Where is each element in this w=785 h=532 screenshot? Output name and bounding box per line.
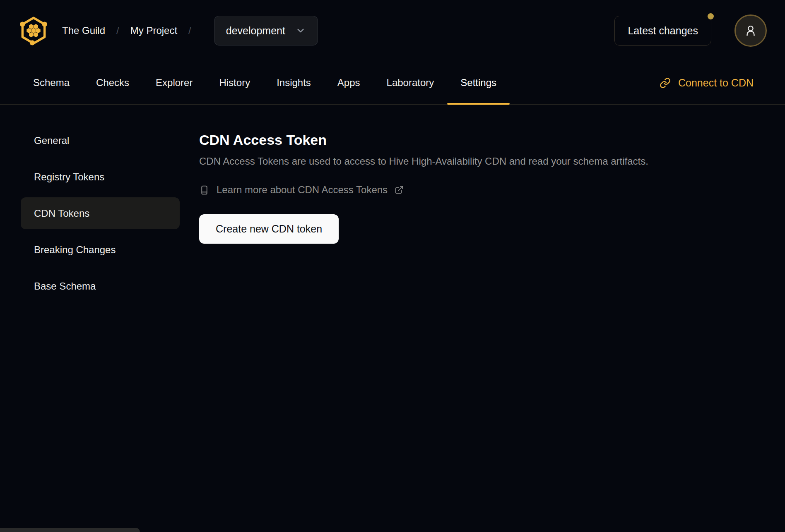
create-cdn-token-button[interactable]: Create new CDN token [199,214,339,244]
tab-explorer[interactable]: Explorer [142,61,206,104]
link-chain-icon [660,77,671,89]
hive-logo-link[interactable] [18,14,49,47]
tab-schema[interactable]: Schema [20,61,83,104]
page-description: CDN Access Tokens are used to access to … [199,155,785,168]
learn-more-label: Learn more about CDN Access Tokens [217,184,388,196]
tab-checks[interactable]: Checks [83,61,142,104]
tab-apps[interactable]: Apps [324,61,373,104]
bottom-partial-panel [0,528,140,532]
environment-select-value: development [226,25,285,37]
hive-honeycomb-logo-icon [18,14,49,47]
learn-more-link[interactable]: Learn more about CDN Access Tokens [199,184,404,196]
latest-changes-label: Latest changes [628,25,698,37]
chevron-down-icon [295,25,306,36]
connect-to-cdn-link[interactable]: Connect to CDN [660,61,765,104]
external-link-icon [395,185,404,194]
page-title: CDN Access Token [199,131,785,149]
environment-select[interactable]: development [214,16,318,46]
breadcrumb-org[interactable]: The Guild [62,25,105,36]
tab-history[interactable]: History [206,61,263,104]
breadcrumb-separator: / [116,25,119,36]
breadcrumb-project[interactable]: My Project [130,25,177,36]
top-header: The Guild / My Project / development Lat… [0,0,785,61]
connect-to-cdn-label: Connect to CDN [678,77,754,89]
tab-laboratory[interactable]: Laboratory [373,61,448,104]
tab-settings[interactable]: Settings [447,61,510,104]
sidebar-item-cdn-tokens[interactable]: CDN Tokens [21,197,180,229]
sidebar-item-general[interactable]: General [21,125,180,156]
sidebar-item-base-schema[interactable]: Base Schema [21,270,180,302]
settings-content: General Registry Tokens CDN Tokens Break… [0,105,785,307]
breadcrumb-separator: / [188,25,191,36]
tab-insights[interactable]: Insights [263,61,324,104]
book-icon [199,185,209,195]
user-avatar[interactable] [734,14,767,47]
sidebar-item-breaking-changes[interactable]: Breaking Changes [21,234,180,266]
sidebar-item-registry-tokens[interactable]: Registry Tokens [21,161,180,193]
settings-sidebar: General Registry Tokens CDN Tokens Break… [0,125,190,307]
notification-dot [708,13,714,19]
user-icon [744,24,758,38]
latest-changes-button[interactable]: Latest changes [614,16,711,46]
cdn-token-panel: CDN Access Token CDN Access Tokens are u… [190,125,785,244]
primary-nav-tabs: Schema Checks Explorer History Insights … [0,61,785,105]
